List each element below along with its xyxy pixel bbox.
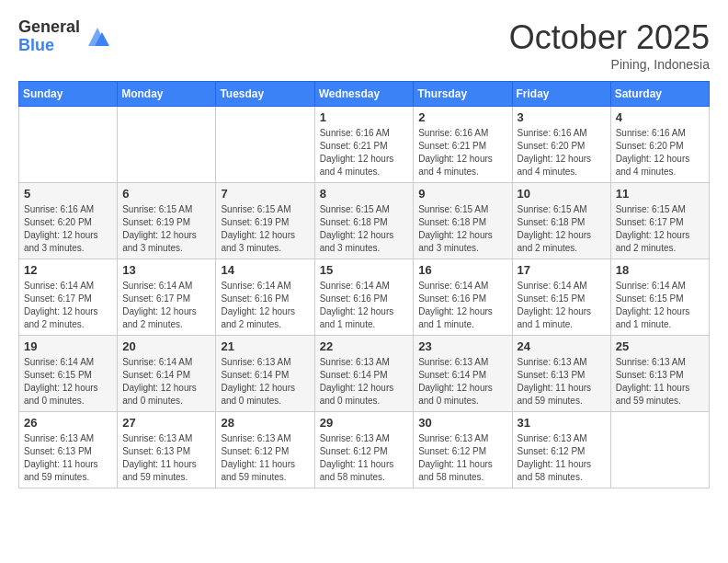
sunrise-text: Sunrise: 6:15 AM [122, 203, 210, 216]
daylight-text: Daylight: 12 hours and 0 minutes. [122, 382, 210, 408]
location: Pining, Indonesia [509, 57, 710, 72]
table-row: 22Sunrise: 6:13 AMSunset: 6:14 PMDayligh… [314, 336, 414, 412]
day-number: 8 [320, 187, 409, 201]
table-row: 3Sunrise: 6:16 AMSunset: 6:20 PMDaylight… [512, 107, 610, 183]
sunset-text: Sunset: 6:15 PM [24, 369, 112, 382]
sunset-text: Sunset: 6:13 PM [518, 369, 606, 382]
logo-general-text: General [18, 18, 80, 37]
daylight-text: Daylight: 12 hours and 3 minutes. [122, 229, 210, 255]
sunset-text: Sunset: 6:14 PM [320, 369, 409, 382]
sunset-text: Sunset: 6:19 PM [122, 216, 210, 229]
sunrise-text: Sunrise: 6:15 AM [418, 203, 506, 216]
header-friday: Friday [512, 82, 610, 107]
day-info: Sunrise: 6:13 AMSunset: 6:12 PMDaylight:… [320, 432, 409, 484]
day-number: 1 [320, 110, 409, 124]
calendar-table: Sunday Monday Tuesday Wednesday Thursday… [18, 81, 710, 488]
daylight-text: Daylight: 12 hours and 1 minute. [418, 305, 506, 331]
sunrise-text: Sunrise: 6:14 AM [418, 280, 506, 293]
table-row: 7Sunrise: 6:15 AMSunset: 6:19 PMDaylight… [216, 183, 314, 259]
sunset-text: Sunset: 6:18 PM [320, 216, 409, 229]
day-info: Sunrise: 6:13 AMSunset: 6:12 PMDaylight:… [221, 432, 309, 484]
weekday-header-row: Sunday Monday Tuesday Wednesday Thursday… [19, 82, 710, 107]
week-row-3: 12Sunrise: 6:14 AMSunset: 6:17 PMDayligh… [19, 259, 710, 336]
sunset-text: Sunset: 6:12 PM [320, 445, 409, 458]
daylight-text: Daylight: 12 hours and 2 minutes. [616, 229, 704, 255]
sunrise-text: Sunrise: 6:13 AM [518, 356, 606, 369]
daylight-text: Daylight: 12 hours and 3 minutes. [221, 229, 309, 255]
daylight-text: Daylight: 12 hours and 1 minute. [320, 305, 409, 331]
sunset-text: Sunset: 6:16 PM [221, 293, 309, 305]
table-row: 2Sunrise: 6:16 AMSunset: 6:21 PMDaylight… [414, 107, 512, 183]
daylight-text: Daylight: 11 hours and 58 minutes. [320, 458, 409, 484]
day-info: Sunrise: 6:16 AMSunset: 6:21 PMDaylight:… [320, 127, 409, 178]
table-row [19, 107, 118, 183]
calendar-header: General Blue October 2025 Pining, Indone… [18, 18, 710, 72]
sunrise-text: Sunrise: 6:15 AM [518, 203, 606, 216]
day-info: Sunrise: 6:14 AMSunset: 6:15 PMDaylight:… [24, 356, 112, 408]
day-number: 14 [221, 263, 309, 277]
day-info: Sunrise: 6:13 AMSunset: 6:13 PMDaylight:… [518, 356, 606, 408]
day-info: Sunrise: 6:16 AMSunset: 6:20 PMDaylight:… [518, 127, 606, 178]
day-number: 31 [518, 416, 606, 430]
sunrise-text: Sunrise: 6:13 AM [221, 356, 309, 369]
day-number: 24 [518, 339, 606, 353]
daylight-text: Daylight: 12 hours and 0 minutes. [418, 382, 506, 408]
table-row: 9Sunrise: 6:15 AMSunset: 6:18 PMDaylight… [414, 183, 512, 259]
day-number: 13 [122, 263, 210, 277]
daylight-text: Daylight: 11 hours and 59 minutes. [122, 458, 210, 484]
table-row: 6Sunrise: 6:15 AMSunset: 6:19 PMDaylight… [118, 183, 216, 259]
sunset-text: Sunset: 6:12 PM [518, 445, 606, 458]
sunset-text: Sunset: 6:16 PM [320, 293, 409, 305]
table-row: 23Sunrise: 6:13 AMSunset: 6:14 PMDayligh… [414, 336, 512, 412]
table-row: 4Sunrise: 6:16 AMSunset: 6:20 PMDaylight… [610, 107, 709, 183]
table-row: 31Sunrise: 6:13 AMSunset: 6:12 PMDayligh… [512, 412, 610, 488]
sunrise-text: Sunrise: 6:16 AM [518, 127, 606, 140]
day-number: 3 [518, 110, 606, 124]
day-number: 28 [221, 416, 309, 430]
daylight-text: Daylight: 12 hours and 4 minutes. [320, 153, 409, 178]
daylight-text: Daylight: 12 hours and 1 minute. [616, 305, 704, 331]
table-row: 27Sunrise: 6:13 AMSunset: 6:13 PMDayligh… [118, 412, 216, 488]
week-row-1: 1Sunrise: 6:16 AMSunset: 6:21 PMDaylight… [19, 107, 710, 183]
sunrise-text: Sunrise: 6:14 AM [320, 280, 409, 293]
day-number: 23 [418, 339, 506, 353]
sunrise-text: Sunrise: 6:16 AM [320, 127, 409, 140]
week-row-5: 26Sunrise: 6:13 AMSunset: 6:13 PMDayligh… [19, 412, 710, 488]
sunrise-text: Sunrise: 6:14 AM [24, 356, 112, 369]
day-info: Sunrise: 6:13 AMSunset: 6:14 PMDaylight:… [320, 356, 409, 408]
day-number: 9 [418, 187, 506, 201]
daylight-text: Daylight: 12 hours and 2 minutes. [221, 305, 309, 331]
sunrise-text: Sunrise: 6:15 AM [221, 203, 309, 216]
sunset-text: Sunset: 6:13 PM [616, 369, 704, 382]
sunrise-text: Sunrise: 6:13 AM [320, 356, 409, 369]
sunrise-text: Sunrise: 6:14 AM [518, 280, 606, 293]
daylight-text: Daylight: 12 hours and 3 minutes. [320, 229, 409, 255]
table-row: 16Sunrise: 6:14 AMSunset: 6:16 PMDayligh… [414, 259, 512, 336]
day-info: Sunrise: 6:13 AMSunset: 6:12 PMDaylight:… [518, 432, 606, 484]
table-row: 18Sunrise: 6:14 AMSunset: 6:15 PMDayligh… [610, 259, 709, 336]
sunrise-text: Sunrise: 6:14 AM [122, 356, 210, 369]
table-row: 17Sunrise: 6:14 AMSunset: 6:15 PMDayligh… [512, 259, 610, 336]
table-row: 10Sunrise: 6:15 AMSunset: 6:18 PMDayligh… [512, 183, 610, 259]
day-number: 26 [24, 416, 112, 430]
day-info: Sunrise: 6:14 AMSunset: 6:17 PMDaylight:… [24, 280, 112, 331]
sunset-text: Sunset: 6:12 PM [418, 445, 506, 458]
day-number: 22 [320, 339, 409, 353]
week-row-4: 19Sunrise: 6:14 AMSunset: 6:15 PMDayligh… [19, 336, 710, 412]
day-number: 6 [122, 187, 210, 201]
sunset-text: Sunset: 6:13 PM [122, 445, 210, 458]
table-row [610, 412, 709, 488]
day-number: 16 [418, 263, 506, 277]
table-row: 19Sunrise: 6:14 AMSunset: 6:15 PMDayligh… [19, 336, 118, 412]
table-row: 29Sunrise: 6:13 AMSunset: 6:12 PMDayligh… [314, 412, 414, 488]
daylight-text: Daylight: 12 hours and 0 minutes. [221, 382, 309, 408]
daylight-text: Daylight: 12 hours and 4 minutes. [418, 153, 506, 178]
day-number: 18 [616, 263, 704, 277]
day-number: 17 [518, 263, 606, 277]
sunset-text: Sunset: 6:21 PM [418, 140, 506, 153]
daylight-text: Daylight: 12 hours and 2 minutes. [24, 305, 112, 331]
sunset-text: Sunset: 6:18 PM [418, 216, 506, 229]
day-number: 21 [221, 339, 309, 353]
day-info: Sunrise: 6:15 AMSunset: 6:18 PMDaylight:… [418, 203, 506, 255]
table-row: 14Sunrise: 6:14 AMSunset: 6:16 PMDayligh… [216, 259, 314, 336]
